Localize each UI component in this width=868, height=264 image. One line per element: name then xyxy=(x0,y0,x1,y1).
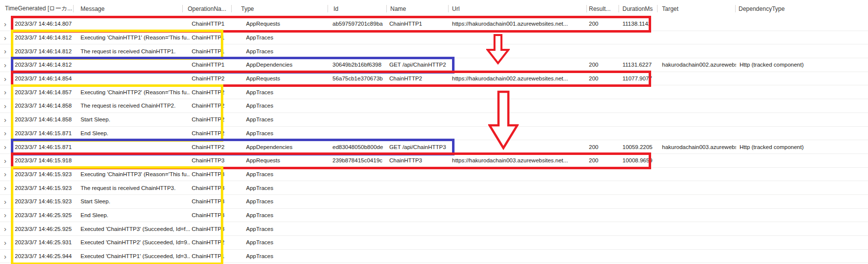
cell-message: Executed 'ChainHTTP1' (Succeeded, Id=3..… xyxy=(81,250,190,263)
table-row[interactable]: › 2023/3/7 14:46:15.923 The request is r… xyxy=(0,181,868,195)
cell-dependency-type xyxy=(740,168,867,181)
cell-duration-ms xyxy=(622,195,656,208)
cell-duration-ms: 10008.9659 xyxy=(622,154,656,167)
table-row[interactable]: › 2023/3/7 14:46:25.925 Executed 'ChainH… xyxy=(0,222,868,236)
column-divider xyxy=(231,5,232,12)
cell-result-code: 200 xyxy=(589,72,618,85)
cell-result-code xyxy=(589,99,618,113)
cell-dependency-type: Http (tracked component) xyxy=(740,58,867,72)
column-divider xyxy=(73,5,74,12)
column-header-type[interactable]: Type xyxy=(241,0,310,17)
cell-type: AppTraces xyxy=(246,209,310,222)
cell-id xyxy=(332,181,386,194)
expand-chevron-icon[interactable]: › xyxy=(4,127,6,140)
cell-type: AppRequests xyxy=(246,154,310,167)
cell-time-generated: 2023/3/7 14:46:14.812 xyxy=(15,31,75,44)
column-header-id[interactable]: Id xyxy=(333,0,386,17)
column-header-result[interactable]: Result... xyxy=(589,0,618,17)
expand-chevron-icon[interactable]: › xyxy=(4,209,6,222)
cell-time-generated: 2023/3/7 14:46:14.812 xyxy=(15,58,75,72)
table-row[interactable]: › 2023/3/7 14:46:14.812 The request is r… xyxy=(0,44,868,58)
table-row[interactable]: › 2023/3/7 14:46:15.871 ChainHTTP2 AppDe… xyxy=(0,140,868,154)
expand-chevron-icon[interactable]: › xyxy=(4,17,6,31)
table-row[interactable]: › 2023/3/7 14:46:14.858 Start Sleep. Cha… xyxy=(0,113,868,127)
cell-duration-ms xyxy=(622,113,656,126)
cell-message: Executed 'ChainHTTP3' (Succeeded, Id=f..… xyxy=(81,222,190,235)
expand-chevron-icon[interactable]: › xyxy=(4,85,6,99)
cell-operation-name: ChainHTTP1 xyxy=(192,31,230,44)
table-row[interactable]: › 2023/3/7 14:46:14.812 Executing 'Chain… xyxy=(0,31,868,45)
cell-url: https://hakurodachain001.azurewebsites.n… xyxy=(452,17,585,31)
cell-message: The request is received ChainHTTP2. xyxy=(81,99,190,113)
column-header-message[interactable]: Message xyxy=(81,0,190,17)
cell-result-code xyxy=(589,127,618,140)
cell-target xyxy=(662,31,736,44)
cell-message: Start Sleep. xyxy=(81,113,190,126)
expand-chevron-icon[interactable]: › xyxy=(4,99,6,113)
column-header-operation[interactable]: OperationNa... xyxy=(188,0,230,17)
table-row[interactable]: › 2023/3/7 14:46:14.857 Executing 'Chain… xyxy=(0,85,868,99)
cell-result-code xyxy=(589,209,618,222)
expand-chevron-icon[interactable]: › xyxy=(4,168,6,181)
table-row[interactable]: › 2023/3/7 14:46:15.871 End Sleep. Chain… xyxy=(0,127,868,141)
expand-chevron-icon[interactable]: › xyxy=(4,31,6,44)
cell-operation-name: ChainHTTP2 xyxy=(192,113,230,126)
table-row[interactable]: › 2023/3/7 14:46:15.923 Start Sleep. Cha… xyxy=(0,195,868,209)
cell-duration-ms xyxy=(622,85,656,99)
cell-time-generated: 2023/3/7 14:46:15.923 xyxy=(15,168,75,181)
cell-url xyxy=(452,181,585,194)
cell-id xyxy=(332,222,386,235)
cell-id: ed83048050b800de xyxy=(332,140,386,153)
column-header-url[interactable]: Url xyxy=(452,0,585,17)
cell-url xyxy=(452,31,585,44)
expand-chevron-icon[interactable]: › xyxy=(4,44,6,58)
table-row[interactable]: › 2023/3/7 14:46:14.807 ChainHTTP1 AppRe… xyxy=(0,17,868,31)
cell-dependency-type xyxy=(740,181,867,194)
cell-result-code xyxy=(589,250,618,263)
table-row[interactable]: › 2023/3/7 14:46:14.858 The request is r… xyxy=(0,99,868,113)
cell-result-code xyxy=(589,113,618,126)
column-header-time[interactable]: TimeGenerated [ローカ... xyxy=(5,0,75,17)
cell-id xyxy=(332,44,386,58)
cell-type: AppTraces xyxy=(246,99,310,113)
cell-target xyxy=(662,85,736,99)
table-row[interactable]: › 2023/3/7 14:46:25.925 End Sleep. Chain… xyxy=(0,209,868,223)
cell-name xyxy=(389,209,448,222)
table-row[interactable]: › 2023/3/7 14:46:25.931 Executed 'ChainH… xyxy=(0,236,868,250)
cell-time-generated: 2023/3/7 14:46:25.925 xyxy=(15,209,75,222)
cell-type: AppTraces xyxy=(246,181,310,194)
cell-result-code xyxy=(589,236,618,249)
column-header-target[interactable]: Target xyxy=(662,0,736,17)
table-row[interactable]: › 2023/3/7 14:46:15.923 Executing 'Chain… xyxy=(0,168,868,182)
log-query-results-grid: TimeGenerated [ローカ...MessageOperationNa.… xyxy=(0,0,868,264)
expand-chevron-icon[interactable]: › xyxy=(4,222,6,235)
cell-result-code xyxy=(589,181,618,194)
table-row[interactable]: › 2023/3/7 14:46:25.944 Executed 'ChainH… xyxy=(0,250,868,264)
cell-target xyxy=(662,168,736,181)
expand-chevron-icon[interactable]: › xyxy=(4,113,6,126)
cell-name xyxy=(389,181,448,194)
column-divider xyxy=(657,5,658,12)
cell-dependency-type xyxy=(740,250,867,263)
column-header-name[interactable]: Name xyxy=(390,0,448,17)
table-row[interactable]: › 2023/3/7 14:46:14.854 ChainHTTP2 AppRe… xyxy=(0,72,868,86)
expand-chevron-icon[interactable]: › xyxy=(4,72,6,85)
column-header-dependency_type[interactable]: DependencyType xyxy=(739,0,867,17)
column-header-duration[interactable]: DurationMs xyxy=(622,0,656,17)
expand-chevron-icon[interactable]: › xyxy=(4,154,6,167)
cell-message: End Sleep. xyxy=(81,127,190,140)
expand-chevron-icon[interactable]: › xyxy=(4,250,6,263)
cell-target xyxy=(662,99,736,113)
expand-chevron-icon[interactable]: › xyxy=(4,181,6,194)
cell-id: 56a75cb1e370673b xyxy=(332,72,386,85)
expand-chevron-icon[interactable]: › xyxy=(4,236,6,249)
expand-chevron-icon[interactable]: › xyxy=(4,140,6,153)
cell-name xyxy=(389,44,448,58)
cell-id xyxy=(332,250,386,263)
table-row[interactable]: › 2023/3/7 14:46:15.918 ChainHTTP3 AppRe… xyxy=(0,154,868,168)
expand-chevron-icon[interactable]: › xyxy=(4,195,6,208)
expand-chevron-icon[interactable]: › xyxy=(4,58,6,72)
table-row[interactable]: › 2023/3/7 14:46:14.812 ChainHTTP1 AppDe… xyxy=(0,58,868,72)
cell-dependency-type xyxy=(740,99,867,113)
cell-result-code: 200 xyxy=(589,17,618,31)
